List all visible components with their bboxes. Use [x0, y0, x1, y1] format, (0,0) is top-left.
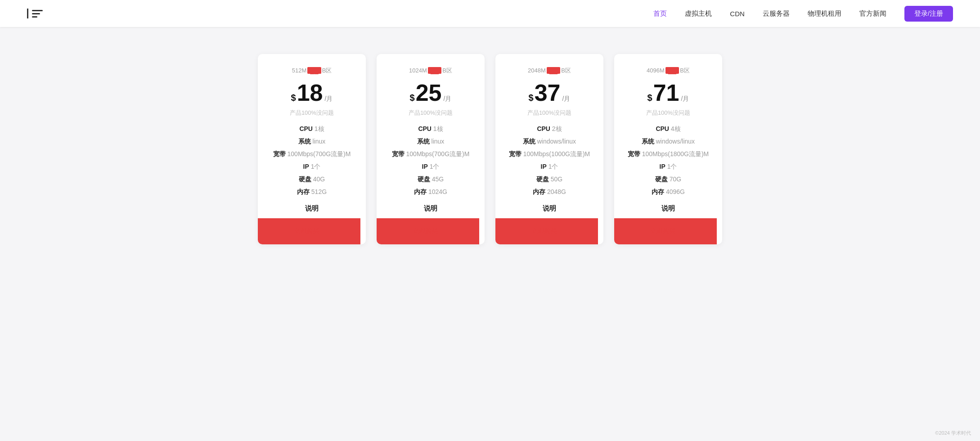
pricing-card-1: 1024M██B区 $ 25 /月 产品100%没问题 CPU 1核 系统 li…: [377, 54, 485, 244]
spec-label-1-5: 内存: [414, 188, 427, 195]
buy-btn-text-0: 立即购买: [294, 227, 319, 235]
card-subtitle-2: 产品100%没问题: [527, 109, 571, 117]
spec-item-0-4: 硬盘 40G: [269, 176, 355, 184]
spec-item-0-0: CPU 1核: [269, 125, 355, 133]
spec-item-2-0: CPU 2核: [506, 125, 593, 133]
spec-list-0: CPU 1核 系统 linux 宽带 100Mbps(700G流量)M: [269, 125, 355, 196]
spec-item-2-3: IP 1个: [506, 163, 593, 171]
spec-item-1-5: 内存 1024G: [387, 188, 474, 196]
nav-item-cdn[interactable]: CDN: [730, 10, 745, 18]
spec-item-2-2: 宽带 100Mbps(1000G流量)M: [506, 150, 593, 158]
spec-item-0-3: IP 1个: [269, 163, 355, 171]
price-unit-0: /月: [325, 95, 333, 103]
spec-value-2-5: 2048G: [547, 188, 566, 195]
spec-label-1-1: 系统: [417, 138, 430, 145]
spec-label-2-4: 硬盘: [536, 176, 549, 183]
spec-label-0-3: IP: [303, 163, 309, 170]
spec-value-2-2: 100Mbps(1000G流量)M: [523, 150, 590, 158]
spec-item-0-1: 系统 linux: [269, 138, 355, 146]
spec-item-3-5: 内存 4096G: [625, 188, 711, 196]
buy-btn-text-2: 立即购买: [531, 227, 557, 235]
spec-label-3-1: 系统: [642, 138, 654, 145]
pricing-card-3: 4096M██B区 $ 71 /月 产品100%没问题 CPU 4核 系统 wi…: [614, 54, 722, 244]
nav: 首页 虚拟主机 CDN 云服务器 物理机租用 官方新闻 登录/注册: [653, 6, 953, 22]
spec-value-1-5: 1024G: [428, 188, 447, 195]
nav-item-physical[interactable]: 物理机租用: [808, 9, 841, 18]
spec-value-2-4: 50G: [551, 176, 562, 183]
nav-item-home[interactable]: 首页: [653, 9, 667, 18]
spec-value-0-1: linux: [313, 138, 326, 145]
spec-value-1-1: linux: [432, 138, 445, 145]
price-num-1: 25: [416, 81, 442, 104]
spec-item-1-1: 系统 linux: [387, 138, 474, 146]
spec-item-3-1: 系统 windows/linux: [625, 138, 711, 146]
spec-item-3-3: IP 1个: [625, 163, 711, 171]
card-subtitle-1: 产品100%没问题: [409, 109, 453, 117]
spec-item-3-0: CPU 4核: [625, 125, 711, 133]
spec-value-3-3: 1个: [667, 163, 677, 170]
price-unit-2: /月: [562, 95, 571, 103]
card-subtitle-0: 产品100%没问题: [290, 109, 334, 117]
explain-title-1: 说明: [424, 204, 437, 213]
spec-label-0-4: 硬盘: [299, 176, 311, 183]
login-button[interactable]: 登录/注册: [904, 6, 953, 22]
logo: [27, 9, 43, 18]
spec-value-3-4: 70G: [670, 176, 681, 183]
spec-value-3-0: 4核: [671, 125, 681, 132]
explain-title-3: 说明: [661, 204, 675, 213]
spec-value-2-0: 2核: [552, 125, 562, 132]
spec-label-3-2: 宽带: [628, 150, 640, 158]
buy-button-1[interactable]: 立即购买: [377, 218, 479, 244]
spec-label-0-1: 系统: [298, 138, 311, 145]
price-num-0: 18: [297, 81, 323, 104]
logo-lines: [32, 10, 43, 18]
spec-label-2-2: 宽带: [509, 150, 521, 158]
nav-item-vhost[interactable]: 虚拟主机: [685, 9, 712, 18]
spec-item-0-5: 内存 512G: [269, 188, 355, 196]
spec-value-2-1: windows/linux: [537, 138, 576, 145]
spec-value-1-2: 100Mbps(700G流量)M: [406, 150, 470, 158]
spec-item-1-0: CPU 1核: [387, 125, 474, 133]
nav-item-news[interactable]: 官方新闻: [859, 9, 886, 18]
footer-note: ©2024 学术时代: [935, 430, 971, 436]
spec-item-1-3: IP 1个: [387, 163, 474, 171]
spec-value-0-2: 100Mbps(700G流量)M: [288, 150, 351, 158]
spec-item-3-2: 宽带 100Mbps(1800G流量)M: [625, 150, 711, 158]
spec-value-0-4: 40G: [313, 176, 325, 183]
pricing-card-0: 512M██B区 $ 18 /月 产品100%没问题 CPU 1核 系统 lin…: [258, 54, 366, 244]
buy-button-0[interactable]: 立即购买: [258, 218, 360, 244]
spec-item-1-4: 硬盘 45G: [387, 176, 474, 184]
spec-label-1-0: CPU: [418, 125, 432, 132]
spec-label-3-5: 内存: [652, 188, 664, 195]
buy-button-3[interactable]: 立即购买: [614, 218, 717, 244]
buy-btn-text-1: 立即购买: [413, 227, 438, 235]
nav-item-cloud[interactable]: 云服务器: [763, 9, 790, 18]
spec-value-2-3: 1个: [548, 163, 558, 170]
price-unit-1: /月: [444, 95, 452, 103]
spec-value-1-0: 1核: [433, 125, 443, 132]
spec-value-0-0: 1核: [315, 125, 324, 132]
price-num-3: 71: [653, 81, 679, 104]
price-dollar-2: $: [529, 93, 534, 103]
spec-list-3: CPU 4核 系统 windows/linux 宽带 100Mbps(1800G…: [625, 125, 711, 196]
card-tag-0: 512M██B区: [292, 67, 332, 75]
spec-item-1-2: 宽带 100Mbps(700G流量)M: [387, 150, 474, 158]
price-dollar-0: $: [291, 93, 296, 103]
explain-title-0: 说明: [305, 204, 319, 213]
spec-label-1-4: 硬盘: [418, 176, 430, 183]
price-row-0: $ 18 /月: [291, 81, 333, 104]
spec-value-0-3: 1个: [311, 163, 321, 170]
spec-label-2-0: CPU: [537, 125, 550, 132]
price-row-2: $ 37 /月: [529, 81, 571, 104]
spec-value-1-4: 45G: [432, 176, 444, 183]
header: 首页 虚拟主机 CDN 云服务器 物理机租用 官方新闻 登录/注册: [0, 0, 980, 27]
spec-label-3-0: CPU: [656, 125, 669, 132]
spec-label-1-2: 宽带: [392, 150, 405, 158]
spec-label-2-3: IP: [541, 163, 547, 170]
logo-line-2: [32, 13, 40, 14]
buy-button-2[interactable]: 立即购买: [495, 218, 598, 244]
spec-item-2-1: 系统 windows/linux: [506, 138, 593, 146]
spec-label-3-4: 硬盘: [655, 176, 668, 183]
spec-label-0-0: CPU: [299, 125, 313, 132]
spec-item-3-4: 硬盘 70G: [625, 176, 711, 184]
